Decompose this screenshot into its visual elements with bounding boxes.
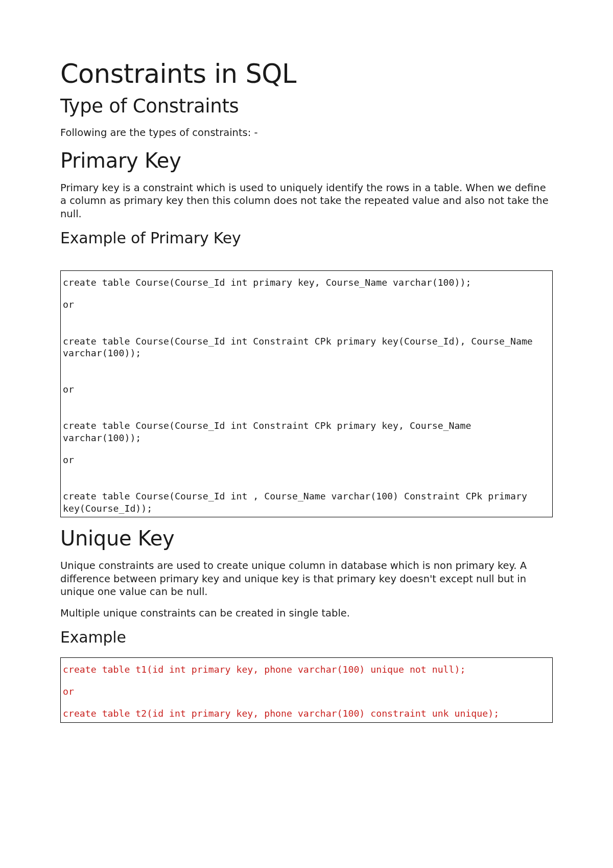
intro-paragraph: Following are the types of constraints: …: [60, 126, 553, 140]
code-line: create table Course(Course_Id int , Cour…: [63, 490, 550, 514]
code-block-primary-key: create table Course(Course_Id int primar…: [60, 270, 553, 517]
section-unique-key: Unique Key: [60, 527, 553, 550]
code-line: or: [63, 686, 550, 697]
unique-key-description-1: Unique constraints are used to create un…: [60, 559, 553, 599]
code-line: create table t2(id int primary key, phon…: [63, 707, 550, 719]
page-title: Constraints in SQL: [60, 59, 553, 89]
subsection-example-unique-key: Example: [60, 628, 553, 646]
section-type-of-constraints: Type of Constraints: [60, 95, 553, 117]
section-primary-key: Primary Key: [60, 149, 553, 172]
primary-key-description: Primary key is a constraint which is use…: [60, 181, 553, 221]
unique-key-description-2: Multiple unique constraints can be creat…: [60, 607, 553, 620]
code-line: create table Course(Course_Id int Constr…: [63, 335, 550, 359]
code-line: create table t1(id int primary key, phon…: [63, 664, 550, 675]
code-line: create table Course(Course_Id int Constr…: [63, 420, 550, 444]
code-line: or: [63, 383, 550, 395]
subsection-example-primary-key: Example of Primary Key: [60, 229, 553, 247]
code-line: or: [63, 454, 550, 466]
code-block-unique-key: create table t1(id int primary key, phon…: [60, 657, 553, 723]
code-line: or: [63, 299, 550, 310]
code-line: create table Course(Course_Id int primar…: [63, 277, 550, 288]
